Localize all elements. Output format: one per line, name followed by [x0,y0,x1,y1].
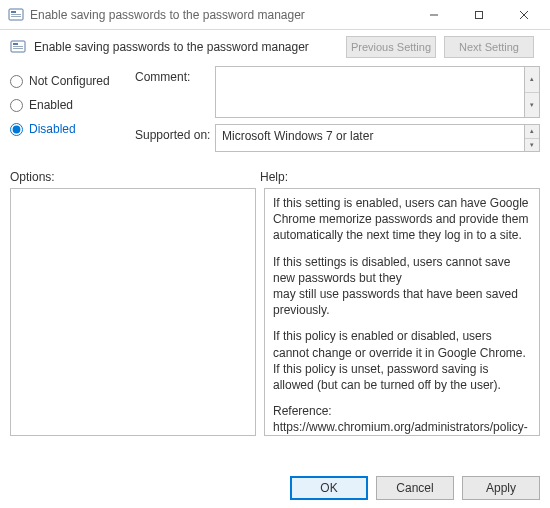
close-button[interactable] [501,1,546,29]
apply-button[interactable]: Apply [462,476,540,500]
svg-rect-9 [13,43,18,45]
supported-on-label: Supported on: [135,124,215,152]
svg-rect-1 [11,11,16,13]
next-setting-button[interactable]: Next Setting [444,36,534,58]
options-section-label: Options: [10,170,260,184]
dialog-buttons: OK Cancel Apply [290,476,540,500]
radio-enabled[interactable]: Enabled [10,98,135,112]
help-text: If this settings is disabled, users cann… [273,254,531,286]
radio-not-configured-label: Not Configured [29,74,110,88]
help-text: If this policy is enabled or disabled, u… [273,328,531,393]
svg-rect-10 [13,46,23,47]
policy-header: Enable saving passwords to the password … [0,30,550,62]
comment-label: Comment: [135,66,215,118]
comment-textarea[interactable] [215,66,540,118]
radio-enabled-input[interactable] [10,99,23,112]
svg-rect-11 [13,48,23,49]
help-section-label: Help: [260,170,540,184]
maximize-button[interactable] [456,1,501,29]
cancel-button[interactable]: Cancel [376,476,454,500]
help-text: Reference: https://www.chromium.org/admi… [273,403,531,436]
state-radio-group: Not Configured Enabled Disabled [10,66,135,158]
radio-disabled[interactable]: Disabled [10,122,135,136]
title-bar: Enable saving passwords to the password … [0,0,550,30]
window-title: Enable saving passwords to the password … [30,8,411,22]
policy-icon [10,39,26,55]
svg-rect-3 [11,16,21,17]
svg-rect-2 [11,14,21,15]
help-text: may still use passwords that have been s… [273,286,531,318]
help-text: If this setting is enabled, users can ha… [273,195,531,244]
supported-scroll-down[interactable]: ▾ [525,139,539,152]
radio-not-configured-input[interactable] [10,75,23,88]
radio-not-configured[interactable]: Not Configured [10,74,135,88]
comment-scroll-up[interactable]: ▴ [525,67,539,93]
help-pane: If this setting is enabled, users can ha… [264,188,540,436]
supported-scroll-up[interactable]: ▴ [525,125,539,139]
radio-enabled-label: Enabled [29,98,73,112]
ok-button[interactable]: OK [290,476,368,500]
supported-on-value: Microsoft Windows 7 or later [215,124,540,152]
gpo-icon [8,7,24,23]
options-pane [10,188,256,436]
previous-setting-button[interactable]: Previous Setting [346,36,436,58]
radio-disabled-input[interactable] [10,123,23,136]
radio-disabled-label: Disabled [29,122,76,136]
svg-rect-5 [475,11,482,18]
comment-scroll-down[interactable]: ▾ [525,93,539,118]
minimize-button[interactable] [411,1,456,29]
policy-heading: Enable saving passwords to the password … [34,40,346,54]
